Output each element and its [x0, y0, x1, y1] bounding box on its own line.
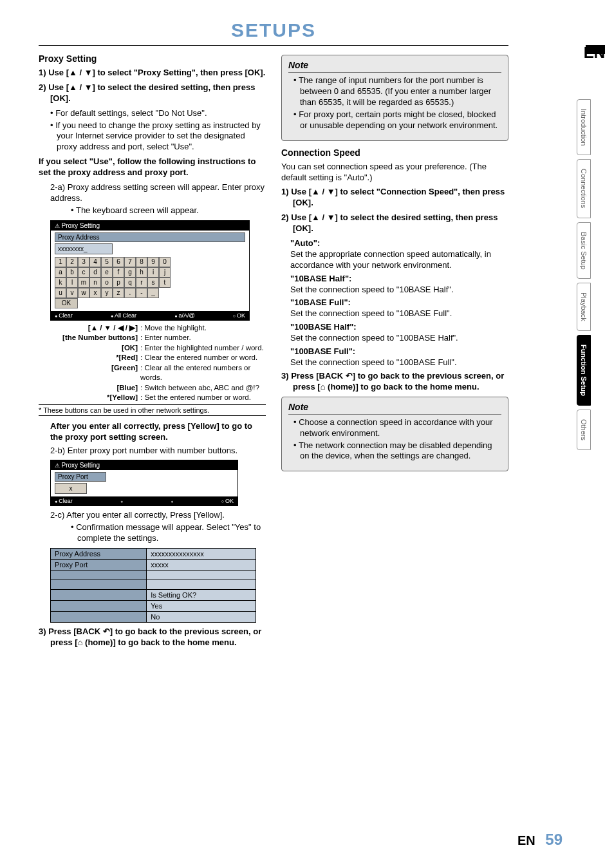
speed-option-title: "10BASE Full":	[290, 297, 508, 308]
kb-key: b	[66, 267, 78, 278]
note2-a: Choose a connection speed in accordance …	[293, 417, 501, 439]
port-footer: Clear OK	[51, 496, 237, 505]
kb-key: f	[113, 267, 124, 278]
kb-key: o	[101, 278, 113, 288]
step-2a-note: The keyboard screen will appear.	[71, 205, 266, 216]
tbl-blank1	[51, 571, 147, 580]
speed-option-desc: Set the connection speed to "10BASE Half…	[290, 285, 508, 296]
conn-intro: You can set connection speed as your pre…	[281, 162, 508, 184]
side-tab[interactable]: Basic Setup	[577, 222, 591, 279]
kb-key: u	[55, 288, 66, 298]
speed-option: "Auto":Set the appropriate connection sp…	[290, 238, 508, 271]
legend-footnote: * These buttons can be used in other net…	[39, 404, 266, 416]
kb-key: 1	[55, 257, 66, 267]
port-foot-dot2	[171, 498, 173, 504]
kb-field-value: xxxxxxxx_	[55, 243, 113, 254]
speed-option-desc: Set the appropriate connection speed aut…	[290, 249, 508, 271]
tbl-addr-k: Proxy Address	[51, 549, 147, 560]
options-list: "Auto":Set the appropriate connection sp…	[281, 238, 508, 368]
kb-key: 6	[113, 257, 124, 267]
kb-title: Proxy Setting	[51, 221, 249, 231]
speed-option: "10BASE Half":Set the connection speed t…	[290, 274, 508, 296]
kb-key: w	[78, 288, 89, 298]
proxy-step2: 2) Use [▲ / ▼] to select the desired set…	[39, 82, 266, 104]
speed-option: "100BASE Full":Set the connection speed …	[290, 346, 508, 368]
conn-step2: 2) Use [▲ / ▼] to select the desired set…	[281, 212, 508, 234]
kb-key: e	[101, 267, 113, 278]
kb-key-ok: OK	[55, 298, 78, 308]
proxy-bullet-default: For default settings, select "Do Not Use…	[50, 108, 266, 119]
kb-key: d	[89, 267, 101, 278]
kb-key: 2	[66, 257, 78, 267]
side-tab[interactable]: Others	[577, 410, 591, 450]
speed-option-title: "100BASE Half":	[290, 322, 508, 333]
kb-key: a	[55, 267, 66, 278]
kb-key: p	[113, 278, 124, 288]
left-column: Proxy Setting 1) Use [▲ / ▼] to select "…	[39, 51, 266, 652]
kb-key: s	[147, 278, 159, 288]
legend-key: [OK]	[39, 343, 140, 354]
confirm-table: Proxy Addressxxxxxxxxxxxxxxx Proxy Portx…	[50, 548, 256, 623]
legend-row: [▲ / ▼ / ◀ / ▶] : Move the highlight.	[39, 323, 266, 334]
kb-key: _	[147, 288, 159, 298]
kb-key: 5	[101, 257, 113, 267]
legend-key: *[Red]	[39, 353, 140, 363]
speed-option-title: "10BASE Half":	[290, 274, 508, 285]
side-tab[interactable]: Connections	[577, 159, 591, 218]
port-field-label: Proxy Port	[55, 472, 106, 482]
tbl-port-k: Proxy Port	[51, 560, 147, 571]
speed-option-desc: Set the connection speed to "100BASE Ful…	[290, 357, 508, 368]
speed-option: "100BASE Half":Set the connection speed …	[290, 322, 508, 344]
kb-key: g	[124, 267, 136, 278]
legend-value: : Clear all the entered numbers or words…	[140, 363, 266, 383]
legend-value: : Enter number.	[140, 333, 266, 343]
footer-lang: EN	[517, 833, 535, 847]
speed-option-title: "100BASE Full":	[290, 346, 508, 357]
tbl-blank1v	[147, 571, 256, 580]
kb-key: h	[136, 267, 147, 278]
kb-field-label: Proxy Address	[55, 232, 245, 242]
note2-b: The network connection may be disabled d…	[293, 440, 501, 462]
kb-key: k	[55, 278, 66, 288]
side-tabs: EN IntroductionConnectionsBasic SetupPla…	[577, 45, 605, 454]
speed-option-title: "Auto":	[290, 238, 508, 249]
port-foot-ok: OK	[221, 498, 234, 504]
conn-heading: Connection Speed	[281, 147, 508, 158]
step-2c-text: 2-c) After you enter all correctly, Pres…	[50, 510, 225, 520]
kb-key: j	[159, 267, 171, 278]
tbl-no: No	[147, 612, 256, 623]
note1-b: For proxy port, certain ports might be c…	[293, 109, 501, 131]
proxy-bullet-use: If you need to change the proxy setting …	[50, 120, 266, 153]
kb-key: 8	[136, 257, 147, 267]
kb-foot-allclear: All Clear	[111, 312, 136, 319]
port-title: Proxy Setting	[51, 460, 237, 470]
kb-key: -	[136, 288, 147, 298]
two-column-layout: Proxy Setting 1) Use [▲ / ▼] to select "…	[39, 51, 508, 652]
after-entry-instruction: After you enter all correctly, press [Ye…	[50, 421, 266, 443]
note2-title: Note	[288, 401, 501, 415]
divider	[39, 45, 508, 46]
legend-row: [Green] : Clear all the entered numbers …	[39, 363, 266, 383]
legend-value: : Enter the highlighted number / word.	[140, 343, 266, 354]
kb-key: 9	[147, 257, 159, 267]
kb-key: c	[78, 267, 89, 278]
note1-title: Note	[288, 59, 501, 73]
kb-key: z	[113, 288, 124, 298]
speed-option-desc: Set the connection speed to "10BASE Full…	[290, 308, 508, 319]
conn-step1: 1) Use [▲ / ▼] to select "Connection Spe…	[281, 187, 508, 209]
side-tab[interactable]: Function Setup	[577, 335, 591, 406]
legend: [▲ / ▼ / ◀ / ▶] : Move the highlight.[th…	[39, 323, 266, 403]
tbl-port-v: xxxxx	[147, 560, 256, 571]
step-2c: 2-c) After you enter all correctly, Pres…	[50, 510, 266, 521]
side-tab[interactable]: Introduction	[577, 99, 591, 155]
legend-key: [▲ / ▼ / ◀ / ▶]	[39, 323, 140, 334]
kb-key: v	[66, 288, 78, 298]
lang-indicator: EN	[577, 45, 605, 61]
kb-key: m	[78, 278, 89, 288]
legend-key: [the Number buttons]	[39, 333, 140, 343]
side-tab[interactable]: Playback	[577, 283, 591, 331]
proxy-heading: Proxy Setting	[39, 53, 266, 64]
port-foot-clear: Clear	[55, 498, 73, 504]
legend-key: [Green]	[39, 363, 140, 383]
kb-key: .	[124, 288, 136, 298]
